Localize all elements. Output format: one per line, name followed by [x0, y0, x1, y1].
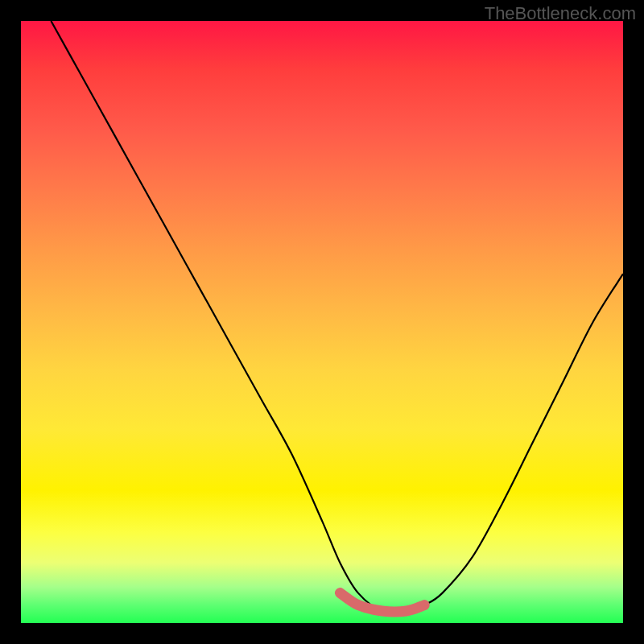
curve-svg — [21, 21, 623, 623]
watermark-text: TheBottleneck.com — [485, 3, 636, 24]
chart-container: TheBottleneck.com — [0, 0, 644, 644]
plot-area — [21, 21, 623, 623]
bottleneck-curve — [51, 21, 623, 613]
optimal-band — [340, 593, 424, 612]
